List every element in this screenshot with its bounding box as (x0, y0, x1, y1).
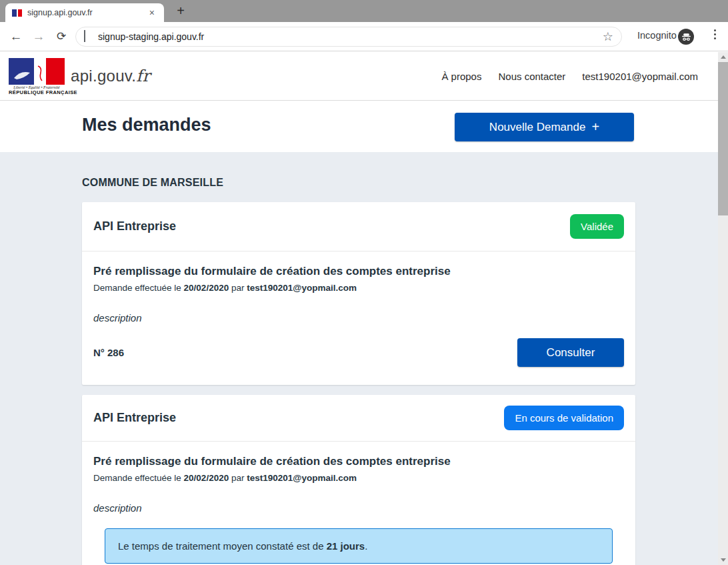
request-title: Pré remplissage du formulaire de créatio… (93, 265, 624, 278)
browser-menu-icon[interactable] (709, 29, 720, 39)
nav-contact-link[interactable]: Nous contacter (498, 71, 565, 82)
tab-close-icon[interactable]: × (147, 7, 157, 18)
new-request-button[interactable]: Nouvelle Demande + (455, 113, 634, 141)
incognito-label: Incognito (637, 30, 677, 41)
new-tab-button[interactable]: + (171, 2, 191, 20)
lock-icon (84, 31, 91, 43)
plus-icon: + (591, 119, 599, 135)
main-content: COMMUNE DE MARSEILLE API Entreprise Vali… (0, 152, 728, 565)
status-badge-validated: Validée (570, 214, 624, 239)
status-badge-pending: En cours de validation (504, 406, 624, 430)
page-title: Mes demandes (82, 115, 211, 135)
tab-strip: signup.api.gouv.fr × + (0, 0, 728, 22)
bookmark-star-icon[interactable]: ☆ (603, 29, 613, 44)
title-band: Mes demandes Nouvelle Demande + (0, 101, 728, 152)
site-header: Liberté • Égalité • Fraternité RÉPUBLIQU… (0, 52, 728, 101)
page-scrollbar[interactable] (718, 52, 728, 565)
card-body: Pré remplissage du formulaire de créatio… (82, 442, 635, 564)
browser-tab[interactable]: signup.api.gouv.fr × (5, 3, 164, 22)
request-meta: Demande effectuée le 20/02/2020 par test… (93, 283, 624, 293)
scroll-down-icon[interactable] (718, 555, 728, 565)
tab-title: signup.api.gouv.fr (27, 8, 147, 17)
request-meta: Demande effectuée le 20/02/2020 par test… (93, 473, 624, 483)
api-name: API Entreprise (93, 411, 176, 425)
back-icon[interactable]: ← (8, 22, 24, 51)
processing-time-alert: Le temps de traitement moyen constaté es… (105, 528, 613, 564)
nav-account-link[interactable]: test190201@yopmail.com (582, 71, 698, 82)
card-footer: N° 286 Consulter (82, 338, 635, 367)
request-card-validated: API Entreprise Validée Pré remplissage d… (82, 202, 635, 385)
request-title: Pré remplissage du formulaire de créatio… (93, 455, 624, 468)
scroll-up-icon[interactable] (718, 52, 728, 62)
incognito-icon (678, 29, 694, 45)
top-navigation: À propos Nous contacter test190201@yopma… (441, 52, 698, 100)
forward-icon[interactable]: → (31, 22, 47, 51)
card-header: API Entreprise En cours de validation (82, 395, 635, 442)
browser-toolbar: ← → ⟳ signup-staging.api.gouv.fr ☆ Incog… (0, 22, 728, 51)
refresh-icon[interactable]: ⟳ (53, 22, 69, 51)
logo-agency: RÉPUBLIQUE FRANÇAISE (9, 89, 65, 95)
card-header: API Entreprise Validée (82, 202, 635, 251)
request-number: N° 286 (93, 347, 124, 358)
organization-title: COMMUNE DE MARSEILLE (82, 177, 223, 189)
marianne-logo: Liberté • Égalité • Fraternité RÉPUBLIQU… (9, 58, 65, 95)
request-description: description (93, 312, 624, 324)
address-bar[interactable]: signup-staging.api.gouv.fr ☆ (75, 27, 622, 47)
french-flag-favicon (12, 9, 22, 17)
nav-about-link[interactable]: À propos (441, 71, 481, 82)
site-wordmark: api.gouv.fr (71, 67, 150, 85)
request-card-pending: API Entreprise En cours de validation Pr… (82, 395, 635, 565)
scrollbar-thumb[interactable] (718, 62, 728, 215)
card-body: Pré remplissage du formulaire de créatio… (82, 251, 635, 324)
url-text[interactable]: signup-staging.api.gouv.fr (98, 31, 603, 42)
api-name: API Entreprise (93, 219, 176, 233)
request-description: description (93, 502, 624, 514)
consult-button[interactable]: Consulter (517, 338, 624, 367)
